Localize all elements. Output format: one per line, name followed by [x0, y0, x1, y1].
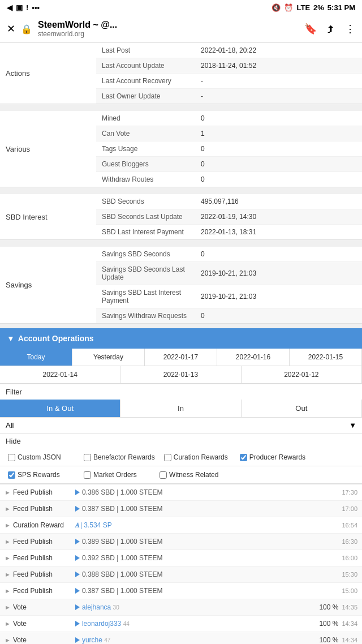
arrow-icon — [75, 539, 80, 544]
tab-2022-01-15[interactable]: 2022-01-15 — [290, 349, 362, 366]
sps-rewards-checkbox[interactable] — [8, 471, 15, 479]
tab-2022-01-14[interactable]: 2022-01-14 — [0, 366, 120, 384]
tab-today[interactable]: Today — [0, 349, 72, 366]
nav-icon: ◀ — [7, 3, 12, 12]
filter-in[interactable]: In — [120, 400, 241, 417]
row-val: 2022-01-13, 18:31 — [195, 225, 362, 239]
list-item: ► Feed Publish 0.387 SBD | 1.000 STEEM 1… — [0, 501, 362, 517]
info-row: Last Owner Update - — [96, 89, 362, 104]
vote-link[interactable]: yurche — [82, 636, 102, 644]
row-key: Mined — [96, 111, 195, 126]
checkbox-curation-rewards[interactable]: Curation Rewards — [161, 451, 234, 463]
row-val: 2019-10-21, 21:03 — [195, 266, 362, 281]
expand-icon[interactable]: ► — [5, 555, 11, 561]
tab-2022-01-12[interactable]: 2022-01-12 — [242, 366, 362, 384]
op-name: Feed Publish — [13, 505, 75, 513]
sbd-interest-rows: SBD Seconds 495,097,116 SBD Seconds Last… — [96, 194, 362, 239]
op-name: Vote — [13, 603, 75, 611]
expand-icon[interactable]: ► — [5, 489, 11, 496]
custom-json-checkbox[interactable] — [8, 454, 15, 461]
vote-tag: 47 — [104, 637, 110, 643]
arrow-icon — [75, 604, 80, 610]
op-time: 15:00 — [342, 587, 357, 594]
checkbox-producer-rewards[interactable]: Producer Rewards — [236, 451, 310, 463]
tab-2022-01-16[interactable]: 2022-01-16 — [217, 349, 290, 366]
row-key: Last Post — [96, 43, 195, 58]
checkbox-sps-rewards[interactable]: SPS Rewards — [5, 469, 78, 481]
expand-icon[interactable]: ► — [5, 571, 11, 578]
checkbox-custom-json[interactable]: Custom JSON — [5, 451, 78, 463]
browser-bar: ✕ 🔒 SteemWorld ~ @... steemworld.org 🔖 ⮭… — [0, 15, 362, 43]
expand-icon[interactable]: ► — [5, 604, 11, 611]
expand-icon[interactable]: ► — [5, 620, 11, 627]
more-icon[interactable]: ⋮ — [345, 23, 355, 35]
row-val: 0 — [195, 308, 362, 323]
op-name: Feed Publish — [13, 538, 75, 546]
spacer — [0, 324, 362, 328]
curation-rewards-checkbox[interactable] — [164, 454, 171, 461]
spacer — [0, 187, 362, 194]
sbd-interest-section: SBD Interest SBD Seconds 495,097,116 SBD… — [0, 194, 362, 240]
tab-2022-01-17[interactable]: 2022-01-17 — [145, 349, 217, 366]
benefactor-rewards-checkbox[interactable] — [84, 454, 91, 461]
op-time: 16:30 — [342, 538, 357, 545]
image-icon: ▣ — [16, 3, 23, 12]
checkbox-benefactor-rewards[interactable]: Benefactor Rewards — [80, 451, 158, 463]
market-orders-checkbox[interactable] — [84, 471, 91, 479]
filter-tabs: In & Out In Out — [0, 400, 362, 418]
all-dropdown[interactable]: All ▼ — [0, 418, 362, 433]
op-name: Feed Publish — [13, 488, 75, 496]
op-time: 15:30 — [342, 571, 357, 578]
vote-link[interactable]: leonardoj333 — [82, 620, 121, 628]
savings-rows: Savings SBD Seconds 0 Savings SBD Second… — [96, 247, 362, 323]
info-row: Savings SBD Seconds 0 — [96, 247, 362, 262]
share-icon[interactable]: ⮭ — [326, 23, 336, 35]
filter-in-out[interactable]: In & Out — [0, 400, 120, 417]
filter-label: Filter — [0, 384, 362, 400]
expand-icon[interactable]: ► — [5, 505, 11, 512]
op-detail: leonardoj333 44 — [82, 620, 316, 628]
menu-icon: ••• — [32, 3, 40, 12]
expand-icon[interactable]: ► — [5, 522, 11, 529]
info-row: Savings SBD Seconds Last Update 2019-10-… — [96, 262, 362, 285]
checkbox-witness-related[interactable]: Witness Related — [156, 469, 230, 481]
info-row: Guest Bloggers 0 — [96, 157, 362, 172]
row-val: 2022-01-18, 20:22 — [195, 43, 362, 58]
tab-2022-01-13[interactable]: 2022-01-13 — [120, 366, 241, 384]
list-item: ► Feed Publish 0.386 SBD | 1.000 STEEM 1… — [0, 484, 362, 501]
op-detail: yurche 47 — [82, 636, 316, 644]
account-ops-title: Account Operations — [18, 334, 94, 343]
bookmark-icon[interactable]: 🔖 — [304, 23, 317, 35]
list-item: ► Vote leonardoj333 44 100 % 14:34 — [0, 616, 362, 632]
info-row: SBD Seconds 495,097,116 — [96, 194, 362, 209]
browser-icons: 🔖 ⮭ ⋮ — [304, 23, 355, 35]
witness-related-checkbox[interactable] — [160, 471, 167, 479]
op-detail: 0.386 SBD | 1.000 STEEM — [82, 488, 339, 496]
mute-icon: 🔇 — [272, 3, 281, 12]
sbd-interest-label: SBD Interest — [0, 194, 96, 239]
arrow-icon — [75, 621, 80, 626]
producer-rewards-checkbox[interactable] — [240, 454, 247, 461]
row-key: Last Owner Update — [96, 89, 195, 104]
op-time: 17:00 — [342, 505, 357, 512]
expand-icon[interactable]: ► — [5, 637, 11, 643]
filter-out[interactable]: Out — [242, 400, 362, 417]
checkbox-market-orders[interactable]: Market Orders — [80, 469, 154, 481]
vote-link[interactable]: alejhanca — [82, 603, 111, 611]
arrow-icon — [75, 490, 80, 495]
expand-icon[interactable]: ► — [5, 538, 11, 545]
alarm-icon: ⏰ — [284, 3, 293, 12]
expand-icon[interactable]: ► — [5, 587, 11, 594]
checkboxes-row-1: Custom JSON Benefactor Rewards Curation … — [0, 449, 362, 466]
tab-yesterday[interactable]: Yesterday — [72, 349, 145, 366]
row-val: 2019-10-21, 21:03 — [195, 289, 362, 304]
vote-tag: 30 — [113, 604, 119, 611]
row-val: 0 — [195, 111, 362, 126]
row-val: - — [195, 74, 362, 88]
row-key: Savings SBD Last Interest Payment — [96, 285, 195, 308]
savings-section: Savings Savings SBD Seconds 0 Savings SB… — [0, 247, 362, 324]
row-key: SBD Seconds — [96, 194, 195, 209]
op-detail: 0.392 SBD | 1.000 STEEM — [82, 554, 339, 562]
time-label: 5:31 PM — [327, 3, 355, 12]
close-icon[interactable]: ✕ — [7, 23, 15, 35]
